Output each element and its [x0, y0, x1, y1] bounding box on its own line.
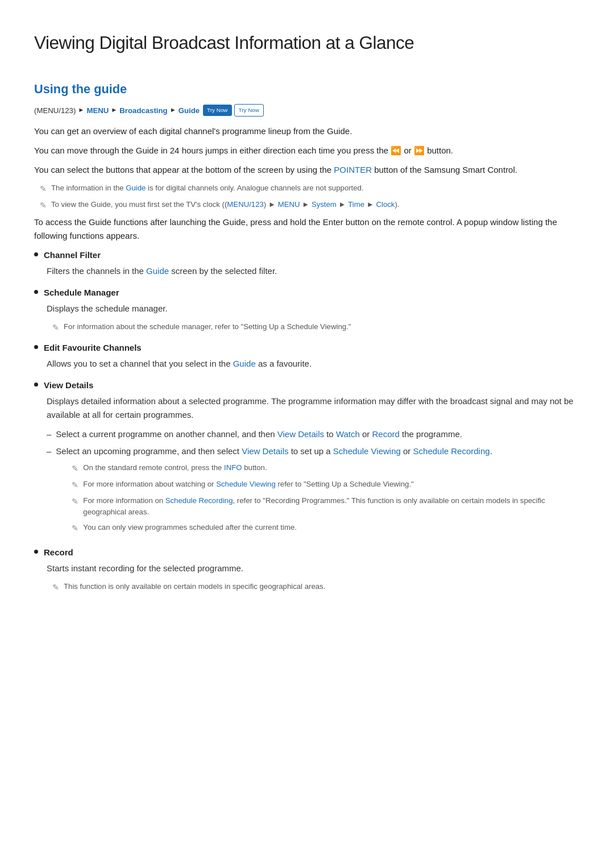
note-icon-6: ✎	[72, 496, 78, 508]
bullet-edit-favourites: Edit Favourite Channels	[34, 341, 580, 355]
channel-filter-content: Filters the channels in the Guide screen…	[47, 264, 580, 278]
schedule-manager-content: Displays the schedule manager. ✎ For inf…	[47, 302, 580, 334]
note-icon-8: ✎	[52, 582, 59, 593]
note-icon-1: ✎	[40, 183, 47, 195]
breadcrumb-arrow-3: ►	[170, 105, 176, 115]
channel-filter-label: Channel Filter	[44, 248, 101, 262]
info-link[interactable]: INFO	[224, 463, 242, 472]
schedule-manager-desc: Displays the schedule manager.	[47, 302, 580, 315]
sub-note-1-text: On the standard remote control, press th…	[83, 462, 267, 474]
try-now-button-1[interactable]: Try Now	[203, 105, 231, 116]
guide-link-3[interactable]: Guide	[233, 359, 256, 368]
schedule-viewing-link-1[interactable]: Schedule Viewing	[333, 446, 401, 456]
section-heading: Using the guide	[34, 80, 580, 99]
dash-item-2-text: Select an upcoming programme, and then s…	[56, 445, 580, 538]
intro-para-1: You can get an overview of each digital …	[34, 124, 580, 138]
record-label: Record	[44, 546, 73, 559]
view-details-link-2[interactable]: View Details	[242, 446, 288, 456]
list-item-view-details: View Details Displays detailed informati…	[34, 379, 580, 538]
dash-item-1: Select a current programme on another ch…	[47, 427, 580, 441]
note-1: ✎ The information in the Guide is for di…	[40, 182, 580, 195]
main-list: Channel Filter Filters the channels in t…	[34, 248, 580, 594]
record-note: ✎ This function is only available on cer…	[52, 581, 580, 593]
sub-note-4-text: You can only view programmes scheduled a…	[83, 522, 297, 533]
record-link-1[interactable]: Record	[372, 429, 400, 439]
list-intro: To access the Guide functions after laun…	[34, 215, 580, 243]
breadcrumb-arrow-2: ►	[111, 105, 117, 115]
note-2-text: To view the Guide, you must first set th…	[51, 199, 400, 210]
page-title: Viewing Digital Broadcast Information at…	[34, 28, 580, 57]
dash-item-2: Select an upcoming programme, and then s…	[47, 445, 580, 538]
dash-item-1-text: Select a current programme on another ch…	[56, 427, 462, 441]
guide-link-2[interactable]: Guide	[146, 266, 169, 276]
edit-favourites-desc: Allows you to set a channel that you sel…	[47, 357, 580, 371]
bullet-dot-4	[34, 383, 38, 387]
breadcrumb-prefix: (MENU/123)	[34, 105, 76, 117]
clock-link[interactable]: Clock	[376, 200, 395, 209]
sub-note-1: ✎ On the standard remote control, press …	[72, 462, 580, 475]
note-icon-2: ✎	[40, 200, 47, 211]
intro-para-3: You can select the buttons that appear a…	[34, 163, 580, 177]
sub-notes: ✎ On the standard remote control, press …	[66, 462, 580, 534]
record-content: Starts instant recording for the selecte…	[47, 562, 580, 593]
view-details-label: View Details	[44, 379, 93, 392]
menu-link[interactable]: MENU	[278, 200, 300, 209]
menu123-link[interactable]: MENU/123	[227, 200, 264, 209]
bullet-dot-2	[34, 290, 38, 294]
breadcrumb-guide[interactable]: Guide	[179, 105, 200, 117]
pointer-link[interactable]: POINTER	[334, 165, 372, 175]
breadcrumb-menu[interactable]: MENU	[86, 105, 109, 117]
view-details-content: Displays detailed information about a se…	[47, 394, 580, 538]
note-icon-5: ✎	[72, 479, 78, 491]
view-details-link-1[interactable]: View Details	[277, 429, 324, 439]
note-icon-3: ✎	[52, 322, 59, 334]
view-details-dash-list: Select a current programme on another ch…	[47, 427, 580, 538]
bullet-record: Record	[34, 546, 580, 559]
intro-para-2: You can move through the Guide in 24 hou…	[34, 144, 580, 157]
schedule-manager-note: ✎ For information about the schedule man…	[52, 321, 580, 334]
bullet-dot-3	[34, 345, 38, 349]
sub-note-2: ✎ For more information about watching or…	[72, 479, 580, 491]
schedule-manager-label: Schedule Manager	[44, 286, 119, 300]
list-item-schedule-manager: Schedule Manager Displays the schedule m…	[34, 286, 580, 334]
schedule-recording-link-1[interactable]: Schedule Recording	[413, 446, 490, 456]
schedule-manager-note-text: For information about the schedule manag…	[64, 321, 351, 333]
time-link[interactable]: Time	[348, 200, 364, 209]
note-1-text: The information in the Guide is for digi…	[51, 182, 364, 194]
edit-favourites-content: Allows you to set a channel that you sel…	[47, 357, 580, 371]
breadcrumb-arrow-1: ►	[78, 105, 84, 115]
bullet-dot	[34, 252, 38, 256]
list-item-channel-filter: Channel Filter Filters the channels in t…	[34, 248, 580, 278]
list-item-record: Record Starts instant recording for the …	[34, 546, 580, 593]
note-2: ✎ To view the Guide, you must first set …	[40, 199, 580, 211]
sub-note-3-text: For more information on Schedule Recordi…	[83, 495, 580, 518]
sub-note-2-text: For more information about watching or S…	[83, 479, 413, 490]
breadcrumb-broadcasting[interactable]: Broadcasting	[119, 105, 167, 117]
bullet-channel-filter: Channel Filter	[34, 248, 580, 262]
schedule-viewing-link-2[interactable]: Schedule Viewing	[216, 480, 276, 488]
edit-favourites-label: Edit Favourite Channels	[44, 341, 142, 355]
note-icon-4: ✎	[72, 463, 78, 475]
schedule-recording-link-2[interactable]: Schedule Recording	[165, 496, 233, 505]
sub-note-4: ✎ You can only view programmes scheduled…	[72, 522, 580, 534]
try-now-button-2[interactable]: Try Now	[234, 104, 264, 117]
bullet-schedule-manager: Schedule Manager	[34, 286, 580, 300]
breadcrumb: (MENU/123) ► MENU ► Broadcasting ► Guide…	[34, 104, 580, 117]
record-desc: Starts instant recording for the selecte…	[47, 562, 580, 575]
bullet-dot-5	[34, 550, 38, 554]
watch-link[interactable]: Watch	[336, 429, 360, 439]
note-icon-7: ✎	[72, 522, 78, 534]
bullet-view-details: View Details	[34, 379, 580, 392]
guide-link-1[interactable]: Guide	[126, 184, 146, 192]
system-link[interactable]: System	[312, 200, 337, 209]
list-item-edit-favourites: Edit Favourite Channels Allows you to se…	[34, 341, 580, 371]
view-details-desc: Displays detailed information about a se…	[47, 394, 580, 422]
record-note-text: This function is only available on certa…	[64, 581, 325, 592]
sub-note-3: ✎ For more information on Schedule Recor…	[72, 495, 580, 518]
channel-filter-desc: Filters the channels in the Guide screen…	[47, 264, 580, 278]
